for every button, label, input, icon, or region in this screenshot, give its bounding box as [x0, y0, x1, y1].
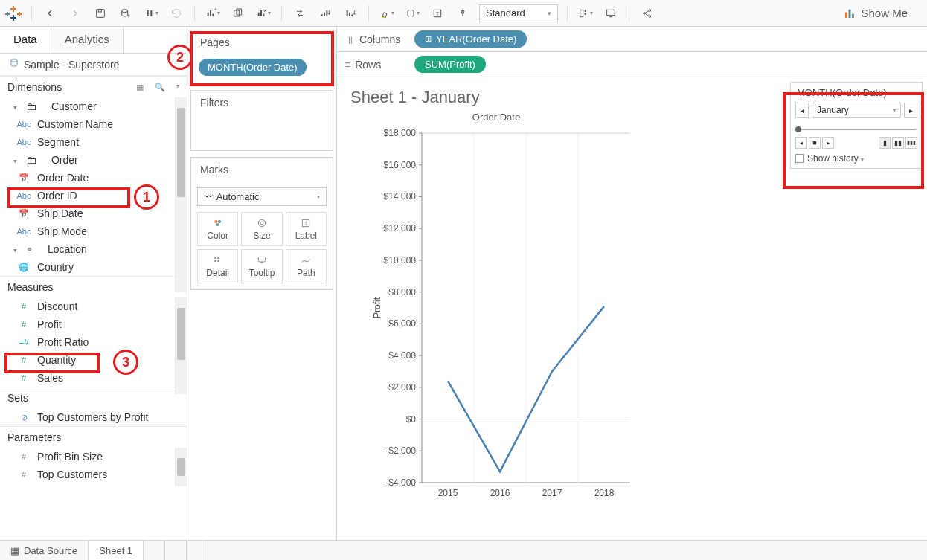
- mark-type-dropdown[interactable]: 〰 Automatic▾: [197, 187, 327, 206]
- columns-icon: ⫼: [344, 33, 355, 45]
- page-play-fwd-button[interactable]: ▸: [822, 137, 834, 149]
- dim-order-date[interactable]: 📅Order Date: [0, 169, 187, 187]
- svg-point-51: [218, 220, 221, 223]
- svg-text:2017: 2017: [542, 488, 562, 498]
- mark-label-button[interactable]: TLabel: [286, 212, 327, 246]
- fit-dropdown[interactable]: Standard▾: [479, 4, 558, 22]
- mark-tooltip-button[interactable]: Tooltip: [241, 249, 282, 283]
- dim-location-folder[interactable]: ⚭ Location: [0, 240, 187, 258]
- save-button[interactable]: [92, 4, 109, 22]
- number-icon: #: [16, 320, 31, 329]
- show-history-label[interactable]: Show history ▾: [807, 153, 864, 164]
- dim-customer-folder[interactable]: 🗀 Customer: [0, 97, 187, 115]
- clear-sheet-button[interactable]: ▾: [254, 4, 272, 22]
- abc-icon: Abc: [16, 191, 31, 200]
- new-worksheet-tab[interactable]: +: [144, 541, 165, 560]
- columns-pill[interactable]: ⊞YEAR(Order Date): [414, 30, 527, 48]
- page-prev-button[interactable]: ◂: [795, 103, 809, 118]
- show-cards-button[interactable]: ▾: [577, 4, 594, 22]
- new-dashboard-tab[interactable]: +: [165, 541, 187, 560]
- pages-label: Pages: [191, 30, 333, 54]
- meas-profit-ratio[interactable]: =#Profit Ratio: [0, 333, 187, 351]
- tableau-logo-icon: [4, 4, 22, 22]
- rows-shelf[interactable]: ≡Rows SUM(Profit): [337, 52, 927, 77]
- tab-data[interactable]: Data: [0, 27, 51, 53]
- meas-quantity[interactable]: #Quantity: [0, 351, 187, 369]
- abc-icon: Abc: [16, 227, 31, 236]
- dimensions-header: Dimensions ▦ 🔍 ▾: [0, 76, 187, 97]
- dim-customer-name[interactable]: AbcCustomer Name: [0, 115, 187, 133]
- tab-analytics[interactable]: Analytics: [51, 27, 124, 53]
- columns-shelf[interactable]: ⫼Columns ⊞YEAR(Order Date): [337, 27, 927, 52]
- duplicate-sheet-button[interactable]: [229, 4, 247, 22]
- page-stop-button[interactable]: ■: [809, 137, 821, 149]
- dim-order-id[interactable]: AbcOrder ID: [0, 187, 187, 205]
- measures-list: #Discount #Profit =#Profit Ratio #Quanti…: [0, 297, 187, 387]
- folder-icon: 🗀: [26, 154, 36, 166]
- group-button[interactable]: ▾: [403, 4, 421, 22]
- svg-text:2018: 2018: [594, 488, 615, 498]
- tab-data-source[interactable]: ▦Data Source: [0, 541, 89, 560]
- view-toggle-icon[interactable]: ▦: [136, 83, 144, 92]
- swap-button[interactable]: [291, 4, 309, 22]
- pin-button[interactable]: [454, 4, 472, 22]
- pages-pill[interactable]: MONTH(Order Date): [199, 59, 307, 76]
- new-worksheet-button[interactable]: +▾: [204, 4, 222, 22]
- show-history-checkbox[interactable]: [795, 154, 804, 163]
- page-next-button[interactable]: ▸: [904, 103, 917, 118]
- dim-country[interactable]: 🌐Country: [0, 258, 187, 276]
- new-datasource-button[interactable]: [117, 4, 135, 22]
- meas-profit[interactable]: #Profit: [0, 315, 187, 333]
- mark-size-button[interactable]: Size: [241, 212, 282, 246]
- speed-1-button[interactable]: ▮: [879, 137, 891, 149]
- dim-ship-date[interactable]: 📅Ship Date: [0, 205, 187, 222]
- globe-icon: 🌐: [16, 263, 31, 272]
- svg-text:2016: 2016: [490, 488, 510, 498]
- set-top-customers[interactable]: ⊘Top Customers by Profit: [0, 408, 187, 426]
- search-icon[interactable]: 🔍: [155, 83, 165, 92]
- new-story-tab[interactable]: +: [187, 541, 208, 560]
- svg-text:-$4,000: -$4,000: [385, 477, 416, 488]
- tab-sheet1[interactable]: Sheet 1: [89, 541, 144, 560]
- speed-3-button[interactable]: ▮▮▮: [905, 137, 917, 149]
- back-button[interactable]: [41, 4, 59, 22]
- number-icon: #: [16, 452, 31, 461]
- dim-segment[interactable]: AbcSegment: [0, 133, 187, 151]
- svg-text:$12,000: $12,000: [384, 223, 417, 234]
- filters-shelf[interactable]: Filters: [190, 90, 333, 151]
- page-slider[interactable]: [797, 125, 916, 134]
- datasource-row[interactable]: Sample - Superstore: [0, 54, 187, 76]
- dim-ship-mode[interactable]: AbcShip Mode: [0, 222, 187, 240]
- sort-asc-button[interactable]: [316, 4, 334, 22]
- svg-rect-29: [347, 10, 348, 16]
- presentation-mode-button[interactable]: [602, 4, 620, 22]
- sheet-title[interactable]: Sheet 1 - January: [350, 88, 775, 107]
- meas-discount[interactable]: #Discount: [0, 297, 187, 315]
- pause-updates-button[interactable]: ▾: [142, 4, 160, 22]
- rows-pill[interactable]: SUM(Profit): [414, 56, 486, 73]
- show-labels-button[interactable]: T: [429, 4, 446, 22]
- mark-color-button[interactable]: Color: [197, 212, 238, 246]
- speed-2-button[interactable]: ▮▮: [892, 137, 904, 149]
- dim-order-folder[interactable]: 🗀 Order: [0, 151, 187, 169]
- highlight-button[interactable]: ▾: [378, 4, 396, 22]
- param-profit-bin[interactable]: #Profit Bin Size: [0, 448, 187, 466]
- page-play-back-button[interactable]: ◂: [795, 137, 807, 149]
- svg-rect-58: [217, 257, 219, 259]
- abc-icon: Abc: [16, 138, 31, 147]
- meas-sales[interactable]: #Sales: [0, 369, 187, 387]
- mark-path-button[interactable]: Path: [286, 249, 327, 283]
- show-me-button[interactable]: Show Me: [843, 7, 908, 20]
- param-top-customers[interactable]: #Top Customers: [0, 466, 187, 483]
- page-control-title: MONTH(Order Date): [791, 83, 922, 103]
- page-value-dropdown[interactable]: January▾: [812, 103, 901, 118]
- sort-desc-button[interactable]: [341, 4, 359, 22]
- calc-icon: =#: [16, 338, 31, 347]
- dimensions-list: 🗀 Customer AbcCustomer Name AbcSegment 🗀…: [0, 97, 187, 276]
- forward-button[interactable]: [66, 4, 84, 22]
- refresh-button[interactable]: [167, 4, 185, 22]
- pages-shelf[interactable]: Pages MONTH(Order Date): [190, 30, 333, 84]
- svg-point-54: [260, 222, 263, 225]
- mark-detail-button[interactable]: Detail: [197, 249, 238, 283]
- share-button[interactable]: [638, 4, 656, 22]
